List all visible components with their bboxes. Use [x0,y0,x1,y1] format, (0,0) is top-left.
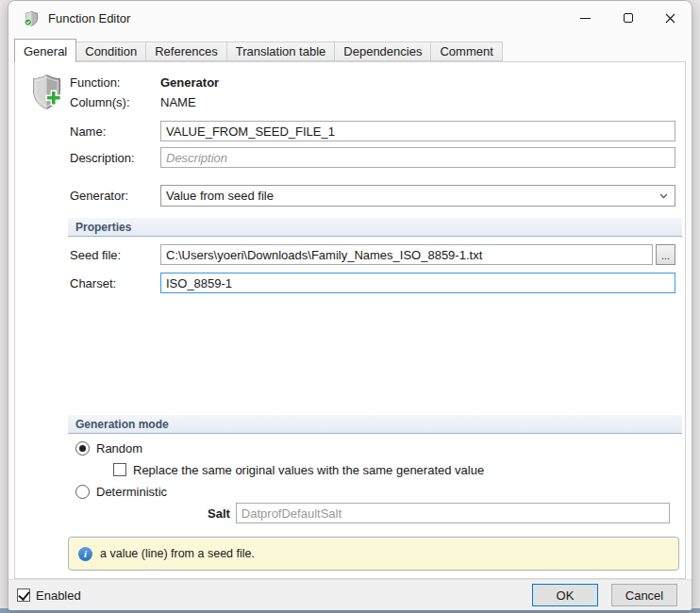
tab-label: Translation table [236,44,326,58]
properties-header-label: Properties [75,221,131,234]
description-row: Description: [70,147,675,168]
browse-label: ... [661,251,670,261]
tab-references[interactable]: References [146,41,226,61]
info-bar: a value (line) from a seed file. [68,537,679,571]
replace-checkbox[interactable] [113,463,126,476]
tab-comment[interactable]: Comment [431,41,502,61]
cancel-label: Cancel [625,588,663,603]
tab-label: References [155,44,217,58]
function-label: Function: [70,75,160,90]
generator-label: Generator: [70,189,160,203]
generator-select[interactable]: Value from seed file [160,185,675,207]
description-input[interactable] [160,147,675,168]
shield-plus-icon [28,73,66,110]
columns-value: NAME [160,95,196,109]
info-text: a value (line) from a seed file. [100,547,255,560]
tab-general[interactable]: General [14,39,76,62]
function-editor-dialog: Function Editor General Condition Refere… [8,0,692,609]
tab-label: Comment [440,44,492,58]
deterministic-option-row: Deterministic [75,484,685,499]
name-label: Name: [70,124,160,139]
shield-check-icon [24,10,40,26]
titlebar: Function Editor [8,1,692,35]
window-controls [564,1,692,35]
window-title: Function Editor [48,11,130,25]
salt-row: Salt [208,503,670,523]
close-button[interactable] [649,1,692,35]
tab-dependencies[interactable]: Dependencies [335,41,431,61]
ok-button[interactable]: OK [532,584,598,606]
seed-file-input[interactable] [160,244,653,265]
replace-option-row: Replace the same original values with th… [113,462,685,477]
salt-input[interactable] [236,503,670,523]
generator-row: Generator: Value from seed file [70,185,675,207]
charset-input[interactable] [160,273,675,293]
deterministic-label: Deterministic [96,485,167,499]
generation-mode-header-label: Generation mode [75,418,169,431]
tab-label: General [24,44,67,58]
function-value: Generator [160,75,219,90]
charset-label: Charset: [70,276,160,290]
name-input[interactable] [160,121,675,141]
random-option-row: Random [75,440,685,456]
charset-row: Charset: [70,273,675,293]
tab-translation-table[interactable]: Translation table [227,41,336,61]
random-label: Random [96,441,142,456]
minimize-button[interactable] [564,1,607,35]
cancel-button[interactable]: Cancel [611,584,677,606]
tab-label: Condition [85,44,137,58]
seed-file-label: Seed file: [70,248,160,262]
empty-space [15,293,685,415]
random-radio[interactable] [75,441,90,456]
browse-button[interactable]: ... [656,244,675,265]
maximize-button[interactable] [607,1,649,35]
salt-label: Salt [208,506,230,521]
maximize-icon [624,13,633,23]
name-row: Name: [70,121,675,141]
seed-file-row: Seed file: ... [70,244,675,265]
tabstrip: General Condition References Translation… [8,35,692,61]
close-icon [665,13,675,24]
chevron-down-icon [659,193,668,199]
description-label: Description: [70,151,160,165]
deterministic-radio[interactable] [75,485,90,499]
properties-group-header: Properties [68,218,682,237]
tab-label: Dependencies [343,44,422,58]
generation-mode-group-header: Generation mode [68,415,682,434]
columns-label: Column(s): [70,95,160,109]
info-circle-icon [78,547,92,561]
enabled-checkbox[interactable] [17,588,30,602]
function-identity: Function: Generator Column(s): NAME [70,73,675,112]
footer-buttons: OK Cancel [532,584,677,606]
enabled-label: Enabled [36,588,81,603]
tab-condition[interactable]: Condition [76,41,146,61]
ok-label: OK [557,588,575,603]
replace-label: Replace the same original values with th… [133,463,484,477]
generator-selected-value: Value from seed file [166,189,659,203]
general-tab-panel: Function: Generator Column(s): NAME Name… [14,61,686,579]
footer-bar: Enabled OK Cancel [8,579,692,610]
minimize-icon [580,18,591,19]
